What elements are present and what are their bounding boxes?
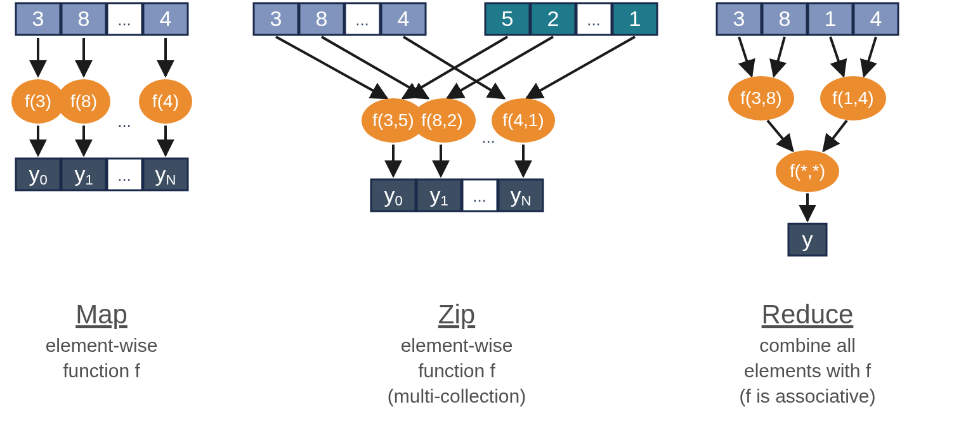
arrow-icon [276,37,387,98]
map-desc-line-1: function f [63,360,140,381]
zip-input-b-dots: ... [587,10,601,29]
zip-op-1: f(8,2) [421,110,462,130]
zip-desc-line-0: element-wise [401,335,513,356]
reduce-ops-level1: f(3,8) f(1,4) [728,76,886,120]
arrow-icon [526,37,635,98]
zip-input-b: 5 2 ... 1 [485,3,657,35]
map-input-cell-1: 8 [78,6,90,30]
reduce-op-l2: f(*,*) [790,161,825,181]
arrow-icon [768,120,793,151]
map-input-cell-3: 4 [160,6,172,30]
reduce-input-array: 3 8 1 4 [717,3,898,35]
reduce-desc-line-1: elements with f [744,360,872,381]
zip-title: Zip [438,299,475,329]
reduce-op-l1-0: f(3,8) [740,88,781,108]
reduce-output: y [788,224,826,256]
zip-desc-line-1: function f [418,360,495,381]
map-title: Map [75,299,127,329]
map-output-dots: ... [117,165,131,185]
map-op-2: f(4) [152,91,179,111]
reduce-input-cell-0: 3 [733,6,745,30]
reduce-desc-line-0: combine all [759,335,856,356]
zip-input-a-cell-1: 8 [316,6,328,30]
zip-input-a-cell-3: 4 [398,6,410,30]
arrow-icon [830,37,844,76]
reduce-panel: 3 8 1 4 f(3,8) f(1,4) f(*,*) y Reduce co… [717,3,898,406]
arrow-icon [823,120,847,151]
arrow-icon [447,37,553,98]
zip-ops: f(3,5) f(8,2) f(4,1) ... [362,98,555,146]
reduce-input-cell-3: 4 [870,6,882,30]
reduce-input-cell-2: 1 [825,6,837,30]
map-op-0: f(3) [25,91,51,111]
reduce-op-level2: f(*,*) [776,150,839,192]
zip-input-a-cell-0: 3 [270,6,282,30]
zip-input-b-cell-3: 1 [629,6,641,30]
zip-panel: 3 8 ... 4 5 2 ... 1 f(3,5) f(8,2) f(4,1)… [254,3,657,406]
reduce-output-cell: y [802,227,813,251]
arrow-icon [774,37,785,76]
reduce-title: Reduce [762,299,854,329]
zip-op-2: f(4,1) [502,110,544,130]
reduce-desc-line-2: (f is associative) [739,386,875,406]
arrow-icon [864,37,876,76]
map-input-cell-0: 3 [32,6,44,30]
map-ops: f(3) f(8) f(4) ... [11,79,192,131]
zip-input-b-cell-1: 2 [547,6,559,30]
zip-op-dots: ... [481,127,495,146]
map-op-1: f(8) [70,91,97,111]
map-input-array: 3 8 ... 4 [16,3,188,35]
map-desc-line-0: element-wise [46,335,158,356]
reduce-op-l1-1: f(1,4) [832,88,873,108]
zip-desc-line-2: (multi-collection) [388,386,526,406]
zip-output-dots: ... [473,186,487,205]
arrow-icon [739,37,752,76]
zip-input-a: 3 8 ... 4 [254,3,426,35]
zip-output-array: y0 y1 ... yN [371,179,543,211]
map-panel: 3 8 ... 4 f(3) f(8) f(4) ... y0 y1 ... y… [11,3,192,381]
map-op-dots: ... [117,112,131,131]
zip-input-b-cell-0: 5 [502,6,514,30]
zip-input-a-dots: ... [355,10,369,29]
map-input-dots: ... [117,10,131,29]
reduce-input-cell-1: 8 [779,6,791,30]
zip-op-0: f(3,5) [372,110,414,130]
arrow-icon [322,37,428,98]
map-output-array: y0 y1 ... yN [16,159,188,190]
